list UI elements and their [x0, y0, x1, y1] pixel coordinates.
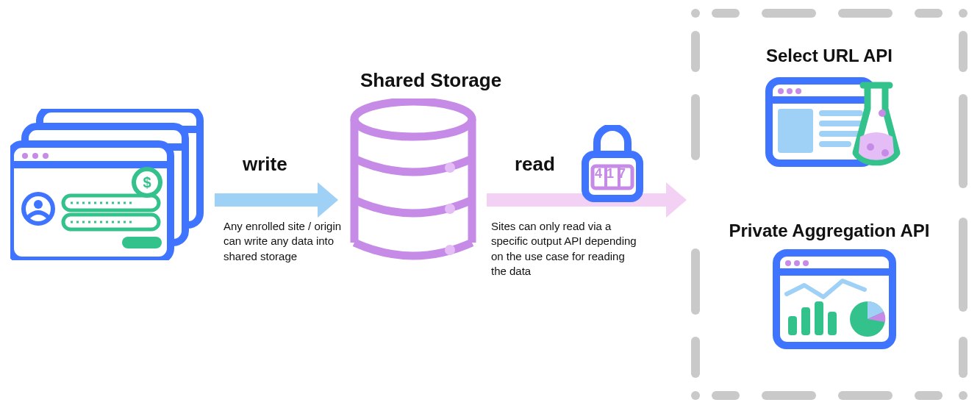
svg-point-38 — [867, 143, 874, 151]
read-caption: Sites can only read via a specific outpu… — [491, 219, 638, 279]
write-arrow — [215, 182, 338, 218]
svg-point-43 — [794, 260, 800, 266]
svg-point-21 — [445, 245, 455, 255]
svg-point-30 — [795, 88, 801, 94]
svg-rect-35 — [819, 141, 851, 147]
svg-point-19 — [445, 162, 455, 173]
svg-text:$: $ — [143, 174, 151, 190]
shared-storage-title: Shared Storage — [360, 69, 501, 92]
outputs-panel: Select URL API — [691, 9, 968, 400]
write-caption: Any enrolled site / origin can write any… — [223, 219, 347, 264]
svg-point-8 — [43, 153, 49, 159]
private-aggregation-api-title: Private Aggregation API — [691, 221, 968, 241]
lock-icon: 417 — [581, 125, 644, 203]
svg-rect-45 — [788, 316, 797, 335]
svg-point-12 — [34, 200, 43, 209]
svg-rect-46 — [801, 307, 810, 335]
svg-point-44 — [803, 260, 809, 266]
svg-point-39 — [881, 149, 889, 157]
svg-rect-47 — [815, 301, 823, 335]
select-url-api-title: Select URL API — [691, 46, 968, 66]
svg-point-42 — [785, 260, 791, 266]
svg-rect-17 — [122, 237, 162, 248]
browser-windows-icon: $ — [10, 109, 206, 260]
svg-rect-48 — [828, 312, 837, 335]
write-label: write — [243, 153, 287, 176]
database-icon — [347, 99, 479, 263]
svg-rect-32 — [819, 110, 863, 116]
lock-value: 417 — [594, 166, 631, 182]
svg-point-29 — [787, 88, 793, 94]
read-label: read — [515, 153, 555, 176]
svg-point-28 — [778, 88, 784, 94]
svg-rect-31 — [778, 109, 813, 153]
svg-point-7 — [32, 153, 38, 159]
svg-point-37 — [879, 110, 886, 117]
svg-point-20 — [445, 204, 455, 214]
select-url-api-icon — [765, 74, 904, 176]
private-aggregation-api-icon — [772, 248, 897, 351]
svg-rect-33 — [819, 121, 863, 126]
svg-point-6 — [22, 153, 28, 159]
svg-rect-34 — [819, 131, 863, 137]
svg-point-18 — [354, 101, 472, 137]
